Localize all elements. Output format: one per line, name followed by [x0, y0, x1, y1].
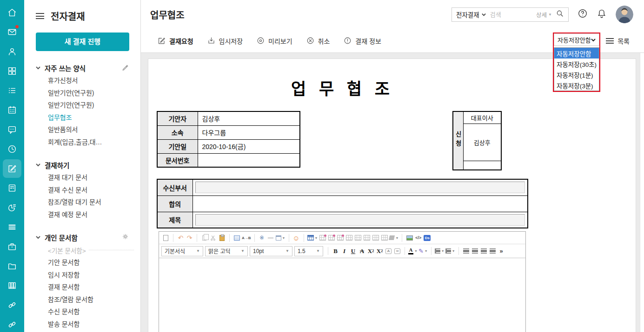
line-height-select[interactable]: 1.5▼	[294, 246, 323, 256]
section-label[interactable]: 개인 문서함	[45, 233, 122, 242]
list-button[interactable]: 목록	[606, 36, 630, 46]
align-center-icon[interactable]	[471, 247, 479, 256]
cancel-button[interactable]: 취소	[306, 36, 330, 46]
preview-button[interactable]: 미리보기	[256, 36, 292, 46]
notification-bell-icon[interactable]	[597, 8, 607, 20]
align-justify-icon[interactable]	[489, 247, 497, 256]
sidebar-item-official-box[interactable]: 공문 문서함	[24, 330, 140, 332]
sidebar-item-draft-box[interactable]: 기안 문서함	[24, 256, 140, 269]
apps-grid-icon[interactable]	[3, 62, 21, 80]
subject-input[interactable]	[195, 214, 525, 226]
new-approval-button[interactable]: 새 결재 진행	[36, 33, 129, 51]
chevron-down-icon[interactable]	[36, 161, 40, 169]
profile-avatar[interactable]	[616, 6, 633, 23]
paragraph-style-select[interactable]: 기본서식▼	[161, 246, 203, 256]
home-icon[interactable]	[3, 3, 21, 22]
sidebar-item-pending-docs[interactable]: 결재 대기 문서	[24, 171, 140, 184]
approval-info-button[interactable]: 결재 정보	[343, 36, 381, 46]
more-tools-button[interactable]: »	[498, 247, 505, 256]
sidebar-item-general-draft-1[interactable]: 일반기안(연구원)	[24, 87, 140, 99]
sidebar-item-vacation-form[interactable]: 휴가신청서	[24, 74, 140, 87]
font-color-icon[interactable]: A▼	[408, 247, 418, 256]
search-icon[interactable]	[556, 9, 564, 20]
ds-editor-icon[interactable]: Ds	[423, 233, 431, 242]
sidebar-item-general-draft-2[interactable]: 일반기안(연구원)	[24, 99, 140, 111]
sidebar-item-received-docs[interactable]: 결재 수신 문서	[24, 184, 140, 196]
agreement-cell[interactable]	[193, 195, 528, 212]
clock-icon[interactable]	[3, 140, 21, 158]
sidebar-item-scheduled-docs[interactable]: 결재 예정 문서	[24, 208, 140, 221]
cell-color-icon[interactable]: ▼	[389, 233, 398, 242]
advanced-search-toggle[interactable]: 상세▼	[536, 10, 552, 19]
strikethrough-icon[interactable]: A	[358, 247, 366, 256]
help-icon[interactable]	[578, 8, 588, 20]
table-erase-icon[interactable]	[327, 233, 335, 242]
sidebar-item-work-cooperation[interactable]: 업무협조	[24, 111, 140, 124]
merge-cells-icon[interactable]	[354, 233, 362, 242]
chat-icon[interactable]	[3, 120, 21, 139]
section-label[interactable]: 자주 쓰는 양식	[45, 63, 122, 73]
split-col-icon[interactable]	[380, 233, 388, 242]
scrollbar[interactable]	[640, 53, 644, 332]
align-right-icon[interactable]	[480, 247, 488, 256]
save-draft-button[interactable]: 임시저장	[207, 36, 243, 46]
special-char-icon[interactable]: ※	[258, 233, 266, 242]
report-pie-icon[interactable]	[3, 198, 21, 217]
sidebar-item-received-box[interactable]: 수신 문서함	[24, 306, 140, 318]
split-cells-icon[interactable]	[363, 233, 371, 242]
menu-hamburger-icon[interactable]	[36, 12, 44, 21]
split-row-icon[interactable]	[372, 233, 379, 242]
sidebar-item-sent-box[interactable]: 발송 문서함	[24, 318, 140, 331]
folder-icon[interactable]	[3, 257, 21, 275]
pencil-icon[interactable]	[122, 64, 129, 72]
stack-icon[interactable]	[3, 218, 21, 236]
bold-icon[interactable]: B	[332, 247, 339, 256]
editor-body[interactable]	[159, 258, 525, 332]
autosave-option-30s[interactable]: 자동저장(30초)	[554, 59, 599, 69]
superscript-icon[interactable]: X2	[367, 247, 375, 256]
sidebar-item-general-proposal[interactable]: 일반품의서	[24, 124, 140, 136]
autosave-select[interactable]: 자동저장안함	[554, 33, 599, 46]
copy-icon[interactable]	[200, 233, 208, 242]
briefcase-icon[interactable]	[3, 237, 21, 256]
search-input[interactable]	[490, 11, 536, 18]
table-icon[interactable]: ▼	[307, 233, 318, 242]
mail-icon[interactable]	[3, 23, 21, 41]
sidebar-item-accounting[interactable]: 회계(입금,출금,대…	[24, 136, 140, 149]
chevron-down-icon[interactable]	[36, 233, 40, 241]
undo-icon[interactable]: ↶	[177, 233, 185, 242]
subscript-icon[interactable]: X2	[376, 247, 384, 256]
font-name-select[interactable]: 맑은 고딕▼	[205, 246, 248, 256]
cut-icon[interactable]	[209, 233, 217, 242]
board-icon[interactable]	[3, 179, 21, 197]
autosave-option-none[interactable]: 자동저장안함	[554, 48, 599, 59]
emoticon-icon[interactable]: ☺	[292, 233, 300, 242]
sidebar-item-cc-pending-docs[interactable]: 참조/열람 대기 문서	[24, 196, 140, 208]
autosave-option-3m[interactable]: 자동저장(3분)	[554, 80, 599, 91]
sidebar-item-temp-box[interactable]: 임시 저장함	[24, 269, 140, 281]
section-label[interactable]: 결재하기	[45, 160, 129, 170]
calendar-icon[interactable]	[3, 101, 21, 119]
autosave-option-1m[interactable]: 자동저장(1분)	[554, 69, 599, 80]
request-approval-button[interactable]: 결재요청	[157, 36, 193, 46]
horizontal-rule-icon[interactable]: —	[267, 233, 275, 242]
link2-icon[interactable]	[3, 315, 21, 332]
sidebar-item-cc-box[interactable]: 참조/열람 문서함	[24, 293, 140, 306]
link-icon[interactable]	[3, 296, 21, 314]
compose-icon[interactable]	[3, 159, 21, 178]
archive-icon[interactable]	[3, 276, 21, 295]
unordered-list-icon[interactable]: ▼	[445, 247, 455, 256]
text-box-icon[interactable]	[233, 233, 241, 242]
search-scope-select[interactable]: 전자결재	[456, 10, 486, 19]
source-code-icon[interactable]: </>	[414, 233, 422, 242]
underline-icon[interactable]: U	[349, 247, 357, 256]
align-left-icon[interactable]	[462, 247, 470, 256]
datetime-icon[interactable]: ▼	[276, 233, 285, 242]
paste-icon[interactable]	[218, 233, 226, 242]
gear-icon[interactable]	[122, 233, 129, 242]
recipient-dept-input[interactable]	[195, 182, 525, 193]
find-replace-icon[interactable]: A→B	[242, 233, 251, 242]
char-style-icon[interactable]: A	[385, 247, 392, 256]
table-properties-icon[interactable]	[345, 233, 353, 242]
new-document-icon[interactable]	[162, 233, 170, 242]
